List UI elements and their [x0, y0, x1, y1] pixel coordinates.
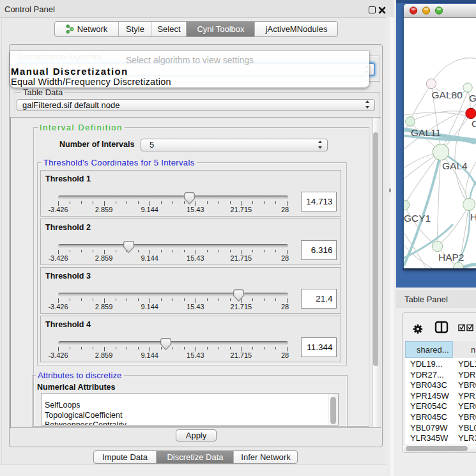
svg-text:GAL11: GAL11: [411, 127, 441, 138]
svg-text:GAL80: GAL80: [432, 89, 463, 100]
svg-text:GCY1: GCY1: [404, 213, 431, 224]
svg-text:G.: G.: [469, 93, 476, 104]
svg-text:C: C: [472, 118, 476, 129]
svg-text:HAP2: HAP2: [438, 252, 464, 263]
svg-text:H: H: [470, 211, 476, 222]
svg-text:GAL4: GAL4: [442, 160, 468, 171]
